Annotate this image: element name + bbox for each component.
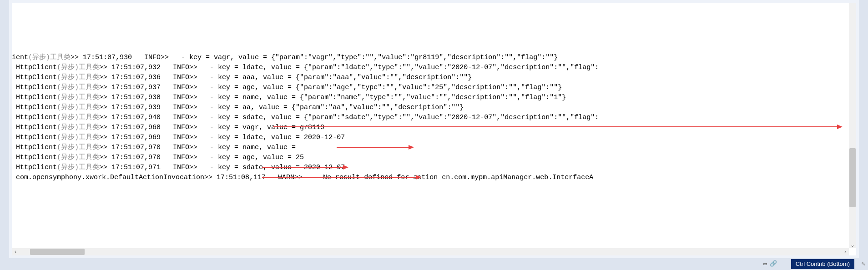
- console-icon[interactable]: ▭: [763, 260, 767, 267]
- log-line: HttpClient(异步)工具类>> 17:51:07,937 INFO>> …: [12, 83, 849, 93]
- log-line: HttpClient(异步)工具类>> 17:51:07,936 INFO>> …: [12, 73, 849, 83]
- log-line: HttpClient(异步)工具类>> 17:51:07,970 INFO>> …: [12, 153, 849, 163]
- log-line: HttpClient(异步)工具类>> 17:51:07,971 INFO>> …: [12, 163, 849, 173]
- horizontal-scrollbar[interactable]: ‹ ›: [12, 248, 849, 255]
- page-frame: ient(异步)工具类>> 17:51:07,930 INFO>> - key …: [9, 0, 859, 258]
- scroll-left-arrow-icon[interactable]: ‹: [12, 248, 19, 255]
- scroll-down-arrow-icon[interactable]: ⌄: [849, 241, 856, 248]
- ctrl-contrib-button[interactable]: Ctrl Contrib (Bottom): [791, 259, 854, 269]
- log-line: HttpClient(异步)工具类>> 17:51:07,969 INFO>> …: [12, 133, 849, 143]
- link-icon[interactable]: 🔗: [770, 260, 777, 267]
- scroll-right-arrow-icon[interactable]: ›: [842, 248, 849, 255]
- log-output[interactable]: ient(异步)工具类>> 17:51:07,930 INFO>> - key …: [12, 3, 849, 248]
- log-line: HttpClient(异步)工具类>> 17:51:07,939 INFO>> …: [12, 103, 849, 113]
- log-line: HttpClient(异步)工具类>> 17:51:07,932 INFO>> …: [12, 63, 849, 73]
- log-line: HttpClient(异步)工具类>> 17:51:07,970 INFO>> …: [12, 143, 849, 153]
- status-icons: ▭ 🔗: [763, 260, 777, 267]
- console-pane: ient(异步)工具类>> 17:51:07,930 INFO>> - key …: [12, 3, 856, 255]
- log-line: com.opensymphony.xwork.DefaultActionInvo…: [12, 173, 849, 183]
- log-line: HttpClient(异步)工具类>> 17:51:07,938 INFO>> …: [12, 93, 849, 103]
- status-bar: ▭ 🔗 Ctrl Contrib (Bottom) ✎: [0, 258, 868, 270]
- vertical-scroll-thumb[interactable]: [849, 148, 856, 207]
- vertical-scrollbar[interactable]: ⌄: [849, 3, 856, 248]
- edit-icon[interactable]: ✎: [862, 260, 865, 268]
- horizontal-scroll-thumb[interactable]: [30, 249, 85, 255]
- log-line: HttpClient(异步)工具类>> 17:51:07,968 INFO>> …: [12, 123, 849, 133]
- log-line: ient(异步)工具类>> 17:51:07,930 INFO>> - key …: [12, 53, 849, 63]
- log-line: HttpClient(异步)工具类>> 17:51:07,940 INFO>> …: [12, 113, 849, 123]
